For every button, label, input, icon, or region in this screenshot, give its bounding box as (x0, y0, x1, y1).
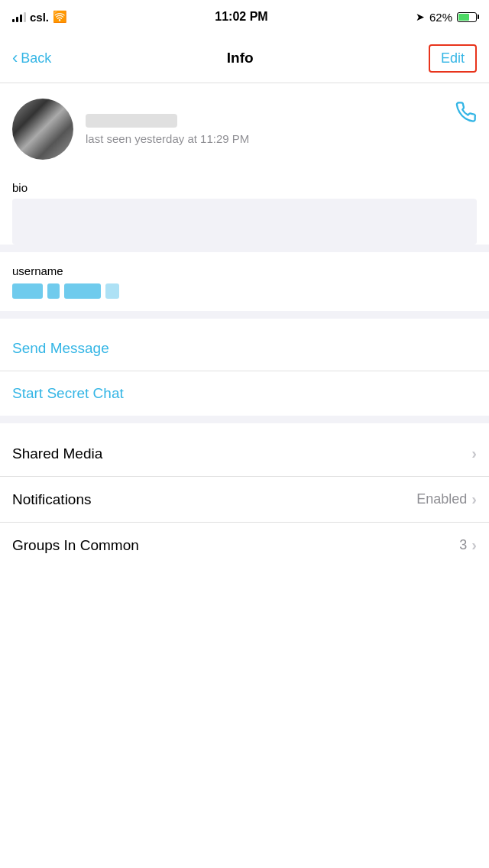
action-section: Send Message Start Secret Chat (0, 326, 489, 416)
notifications-chevron-icon: › (471, 491, 477, 508)
page-title: Info (227, 50, 254, 66)
username-value-blur (12, 283, 477, 299)
back-chevron-icon: ‹ (12, 50, 18, 66)
edit-button[interactable]: Edit (429, 44, 477, 73)
profile-section: last seen yesterday at 11:29 PM (0, 83, 489, 160)
shared-media-row[interactable]: Shared Media › (0, 431, 489, 477)
battery-percentage: 62% (429, 11, 452, 24)
wifi-icon: 🛜 (53, 10, 67, 24)
status-time: 11:02 PM (215, 10, 267, 24)
section-divider-2 (0, 311, 489, 319)
notifications-label: Notifications (12, 491, 92, 508)
groups-in-common-label: Groups In Common (12, 537, 139, 554)
nav-bar: ‹ Back Info Edit (0, 34, 489, 83)
profile-row: last seen yesterday at 11:29 PM (12, 99, 477, 160)
section-divider-3 (0, 416, 489, 423)
bio-section: bio (0, 172, 489, 245)
back-button[interactable]: ‹ Back (12, 50, 51, 66)
shared-media-right: › (471, 445, 477, 462)
groups-in-common-count: 3 (459, 537, 467, 553)
send-message-button[interactable]: Send Message (0, 326, 489, 371)
groups-in-common-chevron-icon: › (471, 536, 477, 554)
carrier-label: csl. (30, 11, 49, 24)
groups-in-common-right: 3 › (459, 536, 477, 554)
avatar (12, 99, 73, 160)
profile-name-blur (86, 114, 177, 128)
profile-status: last seen yesterday at 11:29 PM (86, 132, 249, 145)
battery-icon (457, 12, 477, 22)
username-label: username (12, 264, 477, 277)
location-icon: ➤ (416, 11, 425, 23)
profile-info: last seen yesterday at 11:29 PM (12, 99, 249, 160)
settings-section: Shared Media › Notifications Enabled › G… (0, 431, 489, 568)
profile-text: last seen yesterday at 11:29 PM (86, 114, 249, 145)
shared-media-label: Shared Media (12, 445, 102, 462)
call-icon[interactable] (455, 99, 477, 128)
bio-content (12, 199, 477, 245)
section-divider-1 (0, 245, 489, 252)
bio-label: bio (12, 181, 477, 194)
start-secret-chat-button[interactable]: Start Secret Chat (0, 371, 489, 416)
status-bar-right: ➤ 62% (416, 11, 477, 24)
groups-in-common-row[interactable]: Groups In Common 3 › (0, 523, 489, 568)
status-bar: csl. 🛜 11:02 PM ➤ 62% (0, 0, 489, 34)
back-label: Back (21, 50, 51, 66)
shared-media-chevron-icon: › (471, 445, 477, 462)
status-bar-left: csl. 🛜 (12, 10, 67, 24)
notifications-right: Enabled › (416, 491, 477, 508)
signal-bars-icon (12, 11, 26, 22)
username-section: username (0, 252, 489, 299)
notifications-row[interactable]: Notifications Enabled › (0, 477, 489, 523)
notifications-value: Enabled (416, 491, 467, 507)
